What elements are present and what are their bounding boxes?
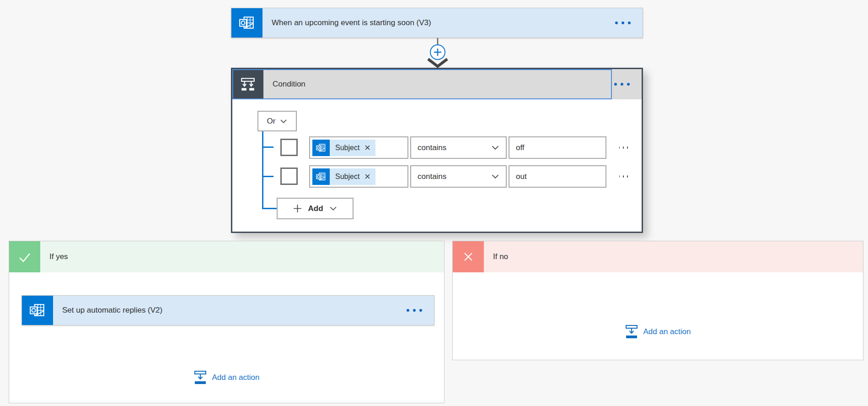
condition-header[interactable]: Condition [232,69,642,99]
insert-step-plus-icon [430,45,445,60]
condition-row-checkbox[interactable] [280,139,298,156]
token-label: Subject [335,144,359,152]
condition-value-field [509,136,606,159]
action-title: Set up automatic replies (V2) [53,296,162,325]
if-yes-label: If yes [40,241,68,272]
chevron-down-icon [280,119,287,124]
condition-branch-icon [232,69,263,99]
outlook-mail-icon [22,296,53,325]
add-action-label: Add an action [643,327,691,336]
checkmark-icon [9,241,40,272]
condition-row-ellipsis-icon[interactable] [607,165,639,188]
insert-step-connector [423,38,452,68]
flow-designer-canvas: When an upcoming event is starting soon … [0,0,868,406]
group-operator-value: Or [267,117,276,126]
trigger-title: When an upcoming event is starting soon … [263,8,431,38]
tree-connector-line [262,146,273,148]
if-no-label: If no [484,241,508,272]
trigger-card[interactable]: When an upcoming event is starting soon … [231,8,643,38]
condition-value-input[interactable] [509,137,605,158]
operator-value: contains [418,143,446,152]
plus-icon [293,204,302,213]
if-no-header[interactable]: If no [453,241,863,272]
chevron-down-icon [491,145,499,150]
cross-icon [453,241,484,272]
if-yes-header[interactable]: If yes [9,241,444,272]
action-ellipsis-icon[interactable] [395,296,434,325]
if-yes-branch: If yes Set up automatic replies (V2) Add… [9,241,445,403]
add-action-label: Add an action [212,373,260,382]
action-card[interactable]: Set up automatic replies (V2) [21,295,434,325]
add-button-label: Add [308,204,323,213]
chevron-down-icon [491,174,499,179]
remove-token-icon[interactable] [365,145,370,150]
condition-value-input[interactable] [509,166,605,187]
condition-row-ellipsis-icon[interactable] [607,136,639,159]
outlook-icon [312,168,330,185]
condition-row-token-field[interactable]: Subject [309,165,408,188]
if-yes-add-action-link[interactable]: Add an action [9,368,444,388]
if-no-branch: If no Add an action [452,241,863,360]
condition-row-token-field[interactable]: Subject [309,136,408,159]
outlook-calendar-icon [231,8,263,38]
subject-token-chip[interactable]: Subject [312,140,375,156]
condition-value-field [509,165,606,188]
tree-connector-line [262,131,263,209]
subject-token-chip[interactable]: Subject [312,168,375,185]
condition-title: Condition [263,69,305,99]
chevron-down-icon [329,206,337,211]
condition-card: Condition Or Subject [231,68,643,233]
operator-value: contains [418,172,446,181]
condition-operator-dropdown[interactable]: contains [410,136,507,159]
tree-connector-line [262,176,273,177]
condition-body: Or Subject contains [232,99,642,232]
add-action-icon [625,325,638,339]
token-label: Subject [335,173,359,181]
add-condition-button[interactable]: Add [277,198,354,219]
remove-token-icon[interactable] [365,174,370,179]
add-action-icon [194,370,207,385]
tree-connector-line [262,208,277,209]
trigger-ellipsis-icon[interactable] [603,8,643,38]
condition-ellipsis-icon[interactable] [602,69,642,99]
if-no-add-action-link[interactable]: Add an action [453,322,863,342]
group-operator-dropdown[interactable]: Or [257,111,297,131]
outlook-icon [312,140,330,156]
condition-operator-dropdown[interactable]: contains [410,165,507,188]
condition-row-checkbox[interactable] [280,168,298,185]
